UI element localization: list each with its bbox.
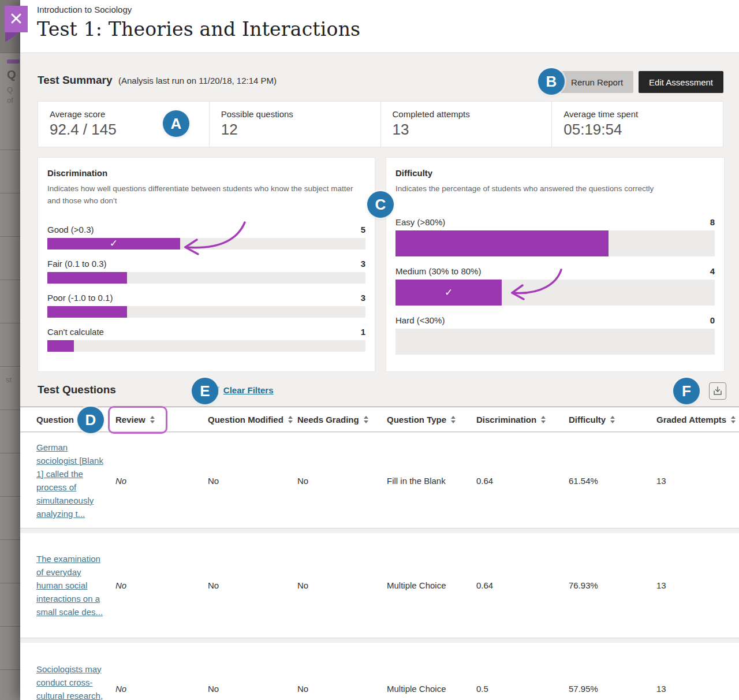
background-row-dividers [0,107,20,700]
bar-label: Hard (<30%) [395,315,445,325]
question-link[interactable]: Sociologists may conduct cross-cultural … [36,662,104,700]
check-icon: ✓ [445,288,453,297]
close-panel-button[interactable] [5,6,28,32]
table-row: Sociologists may conduct cross-cultural … [20,643,739,700]
annotation-badge-d: D [77,407,104,433]
stat-label: Possible questions [221,109,380,119]
bar-track [47,272,365,284]
cell-difficulty: 76.93% [569,580,656,590]
sort-icon[interactable] [731,416,736,423]
cell-review: No [115,476,208,486]
cell-graded-attempts: 13 [656,476,739,486]
annotation-badge-c: C [367,191,394,218]
background-page: Q Q of st [0,0,20,700]
table-row: German sociologist [Blank 1] called the … [20,432,739,528]
bar-count: 8 [710,217,715,227]
bar-group: Hard (<30%)0 [395,315,715,355]
cell-question: The examination of everyday human social… [20,544,115,627]
sort-icon[interactable] [150,416,155,423]
bar-group: Easy (>80%)8 [395,217,715,256]
bar-track [395,230,715,256]
annotation-badge-f: F [673,378,700,404]
bar-track [47,306,365,318]
column-header-question-modified[interactable]: Question Modified [208,415,297,425]
column-header-review[interactable]: Review [115,415,208,425]
cell-needs-grading: No [297,684,387,694]
difficulty-bars: Easy (>80%)8Medium (30% to 80%)4✓Hard (<… [395,217,715,355]
column-header-label: Review [115,415,145,425]
question-link[interactable]: German sociologist [Blank 1] called the … [36,441,104,520]
bar-group: Good (>0.3)5✓ [47,225,365,250]
bar-count: 3 [361,259,365,269]
sort-icon[interactable] [610,416,615,423]
column-header-needs-grading[interactable]: Needs Grading [297,415,387,425]
cell-type: Fill in the Blank [387,476,476,486]
cell-modified: No [208,684,297,694]
clear-filters[interactable]: Clear Filters [210,385,274,396]
bar-label: Easy (>80%) [395,217,445,227]
rerun-report-button[interactable]: Rerun Report [561,71,633,93]
cell-modified: No [208,476,297,486]
bar-fill: ✓ [395,280,502,306]
sort-icon[interactable] [451,416,456,423]
bar-fill [47,306,127,318]
sort-icon[interactable] [541,416,546,423]
download-results-button[interactable] [709,382,726,400]
discrimination-title: Discrimination [47,168,365,178]
test-summary-title: Test Summary [38,74,113,86]
analysis-last-run: (Analysis last run on 11/20/18, 12:14 PM… [118,76,277,85]
column-header-graded-attempts[interactable]: Graded Attempts [656,415,739,425]
edit-assessment-button[interactable]: Edit Assessment [639,71,723,93]
column-header-difficulty[interactable]: Difficulty [569,415,656,425]
bookmark-fold [5,32,20,42]
bar-fill [47,272,127,284]
sort-icon[interactable] [288,416,293,423]
column-header-discrimination[interactable]: Discrimination [476,415,569,425]
cell-graded-attempts: 13 [656,684,739,694]
stat-label: Completed attempts [393,109,552,119]
test-summary-heading: Test Summary (Analysis last run on 11/20… [38,74,277,87]
bar-fill: ✓ [47,238,180,250]
cell-needs-grading: No [297,580,387,590]
bar-label: Poor (-1.0 to 0.1) [47,293,113,303]
column-header-label: Question Type [387,415,446,425]
assessment-analysis-panel: Introduction to Sociology Test 1: Theori… [20,0,739,700]
bar-count: 5 [361,225,365,234]
background-accent-bar [7,59,20,64]
test-questions-table: QuestionReviewQuestion ModifiedNeeds Gra… [20,407,739,700]
stat-value: 12 [221,121,380,139]
difficulty-panel: Difficulty Indicates the percentage of s… [386,157,725,372]
bar-track: ✓ [47,238,365,250]
cell-question: Sociologists may conduct cross-cultural … [20,654,115,700]
cell-type: Multiple Choice [387,580,476,590]
sort-icon[interactable] [364,416,368,423]
annotation-badge-e: E [192,378,218,404]
background-text-fragment: Q [7,68,16,81]
bar-count: 3 [361,293,365,303]
stat-value: 13 [393,121,552,139]
column-header-label: Discrimination [476,415,536,425]
discrimination-bars: Good (>0.3)5✓Fair (0.1 to 0.3)3Poor (-1.… [47,225,365,352]
column-header-label: Difficulty [569,415,606,425]
question-link[interactable]: The examination of everyday human social… [36,552,104,619]
bar-group: Fair (0.1 to 0.3)3 [47,259,365,284]
cell-needs-grading: No [297,476,387,486]
cell-type: Multiple Choice [387,684,476,694]
cell-modified: No [208,580,297,590]
bar-label: Fair (0.1 to 0.3) [47,259,107,269]
column-header-question-type[interactable]: Question Type [387,415,476,425]
bar-fill [47,340,74,352]
cell-discrimination: 0.64 [476,476,569,486]
bar-count: 1 [361,327,365,337]
difficulty-description: Indicates the percentage of students who… [395,183,715,195]
bar-label: Medium (30% to 80%) [395,266,481,276]
table-header-row: QuestionReviewQuestion ModifiedNeeds Gra… [20,407,739,432]
stat-label: Average time spent [563,109,723,119]
column-header-label: Graded Attempts [656,415,726,425]
cell-graded-attempts: 13 [656,580,739,590]
stat-value: 05:19:54 [563,121,723,139]
bar-group: Poor (-1.0 to 0.1)3 [47,293,365,318]
bar-group: Can't calculate1 [47,327,365,352]
clear-filters-link[interactable]: Clear Filters [223,385,274,395]
close-icon [10,12,23,25]
